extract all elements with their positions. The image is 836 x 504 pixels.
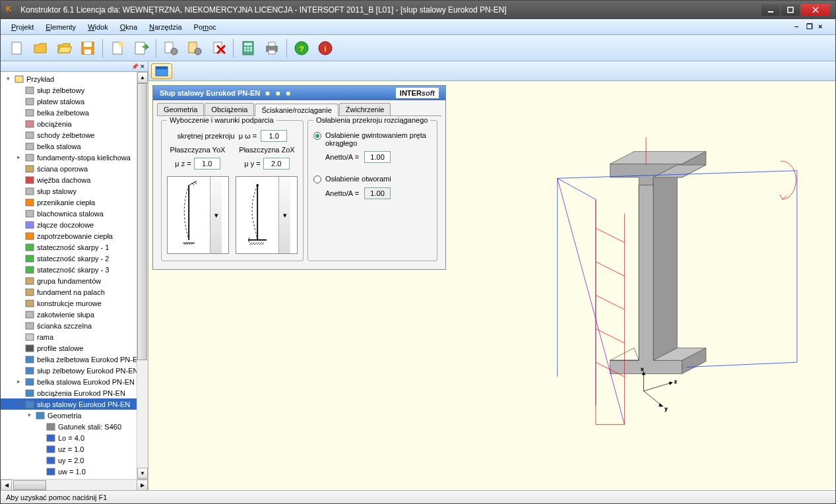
input-mu-z[interactable]: [194, 158, 220, 170]
svg-rect-44: [26, 188, 34, 195]
tree-label: złącze doczołowe: [37, 221, 94, 229]
view-button[interactable]: [151, 63, 172, 79]
scroll-left-icon[interactable]: ◀: [1, 480, 12, 491]
menu-okna[interactable]: Okna: [115, 21, 143, 33]
tree-item[interactable]: ścianka szczelna: [1, 320, 148, 331]
radio-gwintowanie[interactable]: [313, 132, 321, 140]
tool-gear2[interactable]: [184, 38, 205, 59]
project-tree[interactable]: ▾Przykładsłup żelbetowypłatew stalowabel…: [1, 72, 148, 479]
tree-item[interactable]: uy = 2.0: [1, 455, 148, 466]
tree-item[interactable]: ▾slup stalowy Eurokod PN-EN: [1, 398, 148, 410]
scroll-thumb-h[interactable]: [13, 480, 46, 490]
tree-item[interactable]: uw = 1.0: [1, 466, 148, 477]
tree-item[interactable]: stateczność skarpy - 2: [1, 253, 148, 264]
mdi-restore[interactable]: ❐: [806, 22, 816, 32]
scroll-thumb-v[interactable]: [137, 83, 147, 360]
tree-item[interactable]: schody żelbetowe: [1, 129, 148, 141]
tool-gear1[interactable]: [160, 38, 181, 59]
tool-new[interactable]: [6, 38, 27, 59]
mdi-minimize[interactable]: –: [794, 22, 804, 32]
sidebar-pin-icon[interactable]: 📌: [131, 63, 139, 70]
tree-label: obciążenia Eurokod PN-EN: [37, 389, 125, 397]
tree-item[interactable]: płatew stalowa: [1, 96, 148, 107]
tool-help[interactable]: ?: [291, 38, 312, 59]
tool-newdoc[interactable]: [107, 38, 128, 59]
menu-narzedzia[interactable]: Narzędzia: [144, 21, 187, 33]
tab-obciazenia[interactable]: Obciążenia: [205, 103, 254, 115]
maximize-button[interactable]: [781, 4, 800, 16]
tab-zwichrzenie[interactable]: Zwichrzenie: [339, 103, 391, 115]
sidebar-header: 📌 ✕: [1, 61, 148, 72]
sidebar-close-icon[interactable]: ✕: [140, 63, 145, 70]
tree-node-icon: [24, 97, 35, 106]
svg-line-105: [596, 329, 625, 343]
tree-item[interactable]: ściana oporowa: [1, 163, 148, 174]
close-button[interactable]: [801, 4, 830, 16]
tree-item[interactable]: belka żelbetowa Eurokod PN-E: [1, 354, 148, 365]
tree-item[interactable]: rama: [1, 331, 148, 342]
tree-expander-icon[interactable]: ▾: [15, 400, 22, 408]
tool-print[interactable]: [261, 38, 282, 59]
drawing-viewport[interactable]: x z y: [452, 81, 835, 490]
tree-item[interactable]: Gatunek stali: S460: [1, 421, 148, 432]
tree-item[interactable]: profile stalowe: [1, 342, 148, 354]
mdi-close[interactable]: ×: [818, 22, 827, 32]
tool-open[interactable]: [30, 38, 51, 59]
tree-item[interactable]: stateczność skarpy - 3: [1, 264, 148, 275]
tab-geometria[interactable]: Geometria: [157, 103, 204, 115]
menu-widok[interactable]: Widok: [82, 21, 113, 33]
tree-item[interactable]: uz = 1.0: [1, 443, 148, 455]
tree-hscrollbar[interactable]: ◀ ▶: [1, 479, 148, 490]
tool-calculator[interactable]: [238, 38, 259, 59]
tree-item[interactable]: blachownica stalowa: [1, 208, 148, 219]
tree-item[interactable]: stateczność skarpy - 1: [1, 241, 148, 253]
tool-export[interactable]: [131, 38, 152, 59]
tab-sciskanie[interactable]: Ściskanie/rozciąganie: [255, 104, 338, 116]
tool-info[interactable]: i: [315, 38, 336, 59]
svg-point-29: [275, 47, 276, 48]
tree-item[interactable]: zakotwienie słupa: [1, 309, 148, 320]
tree-item[interactable]: Lo = 4.0: [1, 432, 148, 443]
tree-item[interactable]: ▸belka stalowa Eurokod PN-EN: [1, 376, 148, 387]
tree-item[interactable]: ▾Geometria: [1, 410, 148, 421]
tree-expander-icon[interactable]: ▾: [5, 75, 12, 82]
tree-item[interactable]: złącze doczołowe: [1, 219, 148, 230]
diagram-yox-dropdown[interactable]: ▾: [210, 177, 222, 253]
tree-item[interactable]: słup stalowy: [1, 185, 148, 197]
tree-item[interactable]: belka stalowa: [1, 141, 148, 152]
menu-projekt[interactable]: Projekt: [6, 21, 39, 33]
tree-item[interactable]: słup żelbetowy: [1, 84, 148, 96]
tree-item[interactable]: obciążenia: [1, 118, 148, 129]
tool-save[interactable]: [77, 38, 98, 59]
minimize-button[interactable]: [761, 4, 780, 16]
tree-item[interactable]: grupa fundamentów: [1, 275, 148, 286]
tree-item[interactable]: ▾Przykład: [1, 73, 148, 84]
svg-rect-58: [26, 345, 34, 352]
scroll-right-icon[interactable]: ▶: [137, 480, 148, 491]
tree-item[interactable]: przenikanie ciepła: [1, 197, 148, 208]
tree-expander-icon[interactable]: ▸: [15, 378, 22, 385]
tree-item[interactable]: słup żelbetowy Eurokod PN-EN: [1, 365, 148, 376]
tree-item[interactable]: fundament na palach: [1, 286, 148, 298]
menu-pomoc[interactable]: Pomoc: [189, 21, 222, 33]
diagram-zox-dropdown[interactable]: ▾: [278, 177, 290, 253]
scroll-up-icon[interactable]: ▲: [137, 72, 148, 83]
content-area: 📌 ✕ ▾Przykładsłup żelbetowypłatew stalow…: [1, 61, 835, 490]
tree-item[interactable]: zapotrzebowanie ciepła: [1, 230, 148, 241]
input-mu-y[interactable]: [263, 158, 290, 170]
menu-elementy[interactable]: Elementy: [40, 21, 81, 33]
scroll-down-icon[interactable]: ▼: [137, 468, 148, 479]
input-anetto1[interactable]: [364, 151, 391, 163]
tree-item[interactable]: ▸fundamenty-stopa kielichowa: [1, 152, 148, 163]
input-mu-w[interactable]: [261, 130, 287, 142]
tree-vscrollbar[interactable]: ▲ ▼: [137, 72, 148, 479]
tree-expander-icon[interactable]: ▾: [26, 412, 33, 419]
tool-open2[interactable]: [53, 38, 75, 59]
tree-item[interactable]: więźba dachowa: [1, 174, 148, 185]
tree-expander-icon[interactable]: ▸: [15, 154, 22, 161]
tree-item[interactable]: belka żelbetowa: [1, 107, 148, 118]
radio-otwory[interactable]: [313, 175, 321, 183]
tree-item[interactable]: obciążenia Eurokod PN-EN: [1, 387, 148, 398]
tree-item[interactable]: konstrukcje murowe: [1, 298, 148, 309]
tool-delete[interactable]: [208, 38, 229, 59]
